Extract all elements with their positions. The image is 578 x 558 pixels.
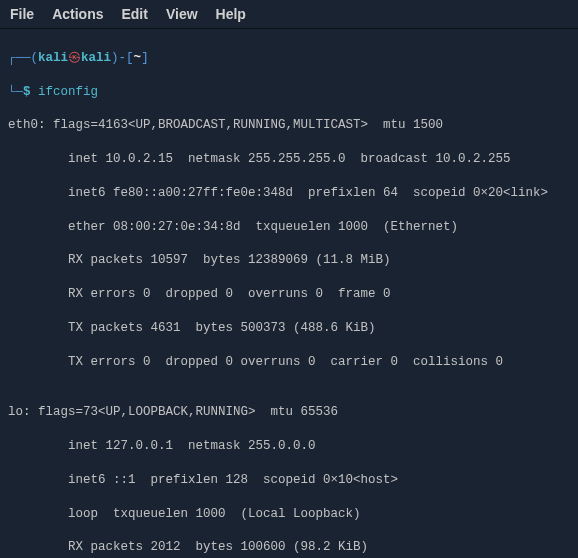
ifconfig-output-line: eth0: flags=4163<UP,BROADCAST,RUNNING,MU… [8,117,570,134]
ifconfig-output-line: inet6 fe80::a00:27ff:fe0e:348d prefixlen… [8,185,570,202]
ifconfig-output-line: RX errors 0 dropped 0 overruns 0 frame 0 [8,286,570,303]
ifconfig-output-line: TX errors 0 dropped 0 overruns 0 carrier… [8,354,570,371]
ifconfig-output-line: inet6 ::1 prefixlen 128 scopeid 0×10<hos… [8,472,570,489]
menu-actions[interactable]: Actions [52,6,103,22]
prompt-host: kali [81,51,111,65]
ifconfig-output-line: lo: flags=73<UP,LOOPBACK,RUNNING> mtu 65… [8,404,570,421]
menu-view[interactable]: View [166,6,198,22]
at-icon: ㉿ [68,51,81,65]
ifconfig-output-line: ether 08:00:27:0e:34:8d txqueuelen 1000 … [8,219,570,236]
menubar: File Actions Edit View Help [0,0,578,29]
prompt-symbol: $ [23,85,31,99]
menu-help[interactable]: Help [216,6,246,22]
prompt-user: kali [38,51,68,65]
menu-file[interactable]: File [10,6,34,22]
terminal-area[interactable]: ┌──(kali㉿kali)-[~] └─$ ifconfig eth0: fl… [0,29,578,558]
command-ifconfig: ifconfig [38,85,98,99]
ifconfig-output-line: TX packets 4631 bytes 500373 (488.6 KiB) [8,320,570,337]
ifconfig-output-line: RX packets 10597 bytes 12389069 (11.8 Mi… [8,252,570,269]
ifconfig-output-line: RX packets 2012 bytes 100600 (98.2 KiB) [8,539,570,556]
ifconfig-output-line: inet 127.0.0.1 netmask 255.0.0.0 [8,438,570,455]
ifconfig-output-line: inet 10.0.2.15 netmask 255.255.255.0 bro… [8,151,570,168]
prompt-1-top: ┌──(kali㉿kali)-[~] [8,50,570,67]
menu-edit[interactable]: Edit [121,6,147,22]
ifconfig-output-line: loop txqueuelen 1000 (Local Loopback) [8,506,570,523]
prompt-path: ~ [134,51,142,65]
prompt-1-bottom: └─$ ifconfig [8,84,570,101]
